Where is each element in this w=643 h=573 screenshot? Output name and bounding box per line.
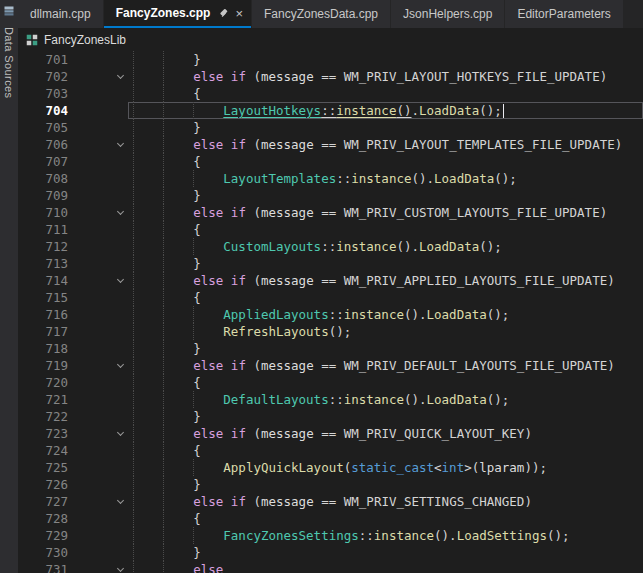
- glyph-margin: [68, 323, 112, 340]
- code-text[interactable]: {: [128, 374, 643, 391]
- project-dropdown-label[interactable]: FancyZonesLib: [44, 33, 126, 47]
- glyph-margin: [68, 272, 112, 289]
- code-line-730[interactable]: 730 }: [18, 544, 643, 561]
- code-text[interactable]: {: [128, 442, 643, 459]
- code-line-701[interactable]: 701 }: [18, 51, 643, 68]
- tab-dllmain.cpp[interactable]: dllmain.cpp: [18, 0, 103, 28]
- code-text[interactable]: FancyZonesSettings::instance().LoadSetti…: [128, 527, 643, 544]
- code-line-728[interactable]: 728 {: [18, 510, 643, 527]
- code-text[interactable]: }: [128, 119, 643, 136]
- code-text[interactable]: {: [128, 221, 643, 238]
- code-text[interactable]: {: [128, 85, 643, 102]
- indent-guide: [163, 544, 164, 561]
- code-editor[interactable]: 701 }702 else if (message == WM_PRIV_LAY…: [18, 51, 643, 573]
- code-line-711[interactable]: 711 {: [18, 221, 643, 238]
- fold-margin: [112, 510, 128, 527]
- code-line-708[interactable]: 708 LayoutTemplates::instance().LoadData…: [18, 170, 643, 187]
- code-text[interactable]: DefaultLayouts::instance().LoadData();: [128, 391, 643, 408]
- code-text[interactable]: else if (message == WM_PRIV_SETTINGS_CHA…: [128, 493, 643, 510]
- fold-collapse-control[interactable]: [112, 493, 128, 510]
- code-line-710[interactable]: 710 else if (message == WM_PRIV_CUSTOM_L…: [18, 204, 643, 221]
- tab-FancyZonesData.cpp[interactable]: FancyZonesData.cpp: [252, 0, 390, 28]
- code-text[interactable]: CustomLayouts::instance().LoadData();: [128, 238, 643, 255]
- code-text[interactable]: else if (message == WM_PRIV_LAYOUT_HOTKE…: [128, 68, 643, 85]
- code-text[interactable]: }: [128, 255, 643, 272]
- code-line-722[interactable]: 722 }: [18, 408, 643, 425]
- fold-collapse-control[interactable]: [112, 272, 128, 289]
- code-line-716[interactable]: 716 AppliedLayouts::instance().LoadData(…: [18, 306, 643, 323]
- code-line-714[interactable]: 714 else if (message == WM_PRIV_APPLIED_…: [18, 272, 643, 289]
- code-line-703[interactable]: 703 {: [18, 85, 643, 102]
- code-token: }: [133, 120, 201, 135]
- code-text[interactable]: LayoutTemplates::instance().LoadData();: [128, 170, 643, 187]
- code-text[interactable]: else if (message == WM_PRIV_CUSTOM_LAYOU…: [128, 204, 643, 221]
- code-text[interactable]: else if (message == WM_PRIV_DEFAULT_LAYO…: [128, 357, 643, 374]
- code-text[interactable]: AppliedLayouts::instance().LoadData();: [128, 306, 643, 323]
- indent-guide: [133, 170, 134, 187]
- code-line-704[interactable]: 704 LayoutHotkeys::instance().LoadData()…: [18, 102, 643, 119]
- code-text[interactable]: LayoutHotkeys::instance().LoadData();: [128, 102, 643, 119]
- code-text[interactable]: }: [128, 51, 643, 68]
- code-text[interactable]: }: [128, 187, 643, 204]
- code-text[interactable]: else if (message == WM_PRIV_APPLIED_LAYO…: [128, 272, 643, 289]
- code-text[interactable]: }: [128, 340, 643, 357]
- code-line-731[interactable]: 731 else: [18, 561, 643, 573]
- code-line-724[interactable]: 724 {: [18, 442, 643, 459]
- tab-FancyZones.cpp[interactable]: FancyZones.cpp×: [104, 0, 251, 28]
- code-line-726[interactable]: 726 }: [18, 476, 643, 493]
- code-line-725[interactable]: 725 ApplyQuickLayout(static_cast<int>(lp…: [18, 459, 643, 476]
- code-text[interactable]: }: [128, 476, 643, 493]
- fold-margin: [112, 391, 128, 408]
- indent-guide: [133, 357, 134, 374]
- code-text[interactable]: }: [128, 544, 643, 561]
- close-icon[interactable]: ×: [235, 7, 243, 20]
- code-text[interactable]: }: [128, 408, 643, 425]
- side-tool-tab-data-sources[interactable]: Data Sources: [0, 0, 18, 573]
- code-line-713[interactable]: 713 }: [18, 255, 643, 272]
- code-token: WM_PRIV_DEFAULT_LAYOUTS_FILE_UPDATE: [344, 358, 607, 373]
- fold-collapse-control[interactable]: [112, 561, 128, 573]
- code-line-707[interactable]: 707 {: [18, 153, 643, 170]
- code-token: LoadData: [419, 239, 479, 254]
- tab-JsonHelpers.cpp[interactable]: JsonHelpers.cpp: [391, 0, 504, 28]
- fold-collapse-control[interactable]: [112, 204, 128, 221]
- indent-guide: [133, 51, 134, 68]
- code-text[interactable]: {: [128, 289, 643, 306]
- fold-collapse-control[interactable]: [112, 68, 128, 85]
- pin-icon[interactable]: [217, 8, 228, 19]
- code-text[interactable]: else if (message == WM_PRIV_LAYOUT_TEMPL…: [128, 136, 643, 153]
- navigation-bar[interactable]: FancyZonesLib: [18, 28, 643, 51]
- code-line-702[interactable]: 702 else if (message == WM_PRIV_LAYOUT_H…: [18, 68, 643, 85]
- code-line-729[interactable]: 729 FancyZonesSettings::instance().LoadS…: [18, 527, 643, 544]
- code-line-715[interactable]: 715 {: [18, 289, 643, 306]
- code-text[interactable]: ApplyQuickLayout(static_cast<int>(lparam…: [128, 459, 643, 476]
- code-line-721[interactable]: 721 DefaultLayouts::instance().LoadData(…: [18, 391, 643, 408]
- code-line-723[interactable]: 723 else if (message == WM_PRIV_QUICK_LA…: [18, 425, 643, 442]
- indent-guide: [133, 153, 134, 170]
- fold-collapse-control[interactable]: [112, 136, 128, 153]
- code-line-709[interactable]: 709 }: [18, 187, 643, 204]
- code-line-727[interactable]: 727 else if (message == WM_PRIV_SETTINGS…: [18, 493, 643, 510]
- code-line-705[interactable]: 705 }: [18, 119, 643, 136]
- code-token: LoadData: [427, 392, 487, 407]
- indent-guide: [163, 272, 164, 289]
- code-line-712[interactable]: 712 CustomLayouts::instance().LoadData()…: [18, 238, 643, 255]
- code-text[interactable]: RefreshLayouts();: [128, 323, 643, 340]
- tab-EditorParameters[interactable]: EditorParameters: [505, 0, 622, 28]
- indent-guide: [133, 102, 134, 119]
- code-line-720[interactable]: 720 {: [18, 374, 643, 391]
- indent-guide: [133, 442, 134, 459]
- code-text[interactable]: {: [128, 510, 643, 527]
- fold-collapse-control[interactable]: [112, 357, 128, 374]
- fold-collapse-control[interactable]: [112, 425, 128, 442]
- code-token: .: [412, 103, 420, 118]
- code-text[interactable]: {: [128, 153, 643, 170]
- code-line-717[interactable]: 717 RefreshLayouts();: [18, 323, 643, 340]
- code-text[interactable]: else: [128, 561, 643, 573]
- code-text[interactable]: else if (message == WM_PRIV_QUICK_LAYOUT…: [128, 425, 643, 442]
- code-line-718[interactable]: 718 }: [18, 340, 643, 357]
- code-line-706[interactable]: 706 else if (message == WM_PRIV_LAYOUT_T…: [18, 136, 643, 153]
- glyph-margin: [68, 544, 112, 561]
- line-number: 717: [18, 323, 68, 340]
- code-line-719[interactable]: 719 else if (message == WM_PRIV_DEFAULT_…: [18, 357, 643, 374]
